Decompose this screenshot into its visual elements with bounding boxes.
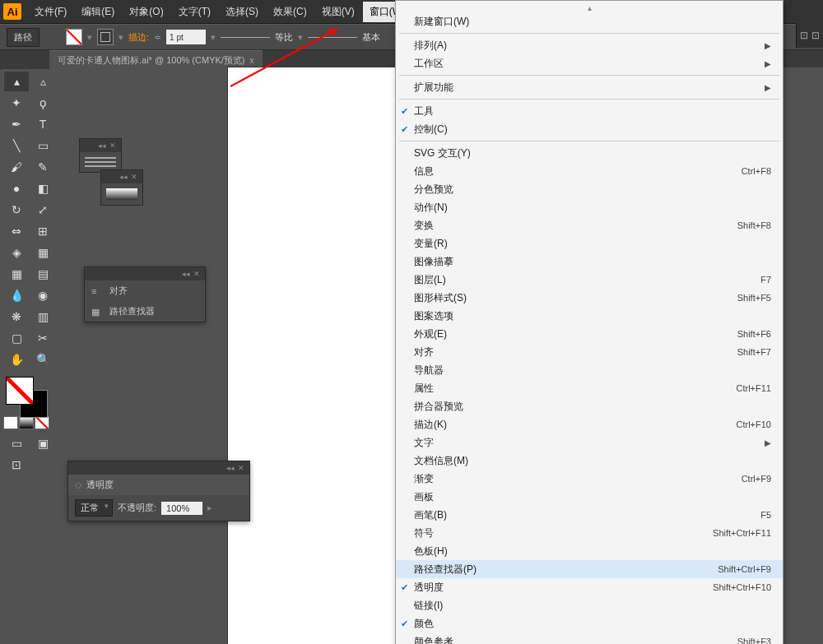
direct-selection-tool[interactable]: ▵ [30, 72, 55, 91]
menu-symbols[interactable]: 符号Shift+Ctrl+F11 [396, 524, 783, 542]
fill-swatch[interactable] [66, 29, 82, 45]
menu-flattener-preview[interactable]: 拼合器预览 [396, 397, 783, 415]
menu-edit[interactable]: 编辑(E) [75, 2, 121, 22]
mesh-tool[interactable]: ▦ [4, 264, 29, 284]
menu-layers[interactable]: 图层(L)F7 [396, 271, 783, 289]
menu-align[interactable]: 对齐Shift+F7 [396, 343, 783, 361]
close-icon[interactable]: ✕ [193, 270, 200, 278]
screen-mode-full[interactable]: ▣ [30, 433, 55, 453]
lasso-tool[interactable]: ϙ [30, 93, 55, 113]
menu-transparency[interactable]: ✔透明度Shift+Ctrl+F10 [396, 578, 783, 596]
stroke-label: 描边: [128, 31, 149, 44]
selection-tool[interactable]: ▴ [4, 72, 29, 91]
opacity-input[interactable]: 100% [161, 502, 202, 515]
change-screen-mode[interactable]: ⊡ [4, 455, 29, 475]
hand-tool[interactable]: ✋ [4, 350, 29, 369]
color-mode-none[interactable] [35, 416, 49, 429]
eyedropper-tool[interactable]: 💧 [4, 285, 29, 305]
fill-color-swatch[interactable] [6, 377, 34, 405]
menu-pattern-options[interactable]: 图案选项 [396, 307, 783, 325]
menu-color-guide[interactable]: 颜色参考Shift+F3 [396, 632, 783, 644]
pencil-tool[interactable]: ✎ [30, 157, 55, 177]
menu-artboards[interactable]: 画板 [396, 488, 783, 506]
collapsed-panel-1[interactable]: ◂◂✕ [79, 138, 122, 173]
collapse-icon[interactable]: ◂◂ [226, 464, 235, 472]
scale-tool[interactable]: ⤢ [30, 200, 55, 220]
collapse-icon[interactable]: ◂◂ [182, 270, 190, 278]
menu-control[interactable]: ✔控制(C) [396, 120, 783, 138]
close-tab-icon[interactable]: x [250, 56, 254, 65]
rotate-tool[interactable]: ↻ [4, 200, 29, 220]
blend-mode-select[interactable]: 正常 [75, 499, 113, 517]
menu-info[interactable]: 信息Ctrl+F8 [396, 162, 783, 180]
width-tool[interactable]: ⇔ [4, 221, 29, 241]
eraser-tool[interactable]: ◧ [30, 178, 55, 198]
menu-attributes[interactable]: 属性Ctrl+F11 [396, 379, 783, 397]
pathfinder-icon: ▦ [91, 307, 105, 317]
shape-builder-tool[interactable]: ◈ [4, 243, 29, 262]
pathfinder-panel-button[interactable]: ▦路径查找器 [85, 301, 205, 322]
menu-gradient[interactable]: 渐变Ctrl+F9 [396, 470, 783, 488]
menu-variables[interactable]: 变量(R) [396, 234, 783, 253]
magic-wand-tool[interactable]: ✦ [4, 93, 29, 113]
type-tool[interactable]: T [30, 114, 55, 134]
zoom-tool[interactable]: 🔍 [30, 350, 55, 369]
menu-effect[interactable]: 效果(C) [267, 2, 314, 22]
opacity-label: 不透明度: [118, 502, 156, 514]
graph-tool[interactable]: ▥ [30, 307, 55, 327]
menu-swatches[interactable]: 色板(H) [396, 542, 783, 560]
stroke-swatch[interactable] [97, 29, 114, 45]
menu-graphic-styles[interactable]: 图形样式(S)Shift+F5 [396, 289, 783, 307]
menu-stroke[interactable]: 描边(K)Ctrl+F10 [396, 415, 783, 433]
menu-svg-interactivity[interactable]: SVG 交互(Y) [396, 144, 783, 162]
dash-preview [221, 37, 270, 38]
color-mode-gradient[interactable] [19, 416, 34, 429]
menu-separations-preview[interactable]: 分色预览 [396, 180, 783, 198]
menu-navigator[interactable]: 导航器 [396, 361, 783, 379]
pen-tool[interactable]: ✒ [4, 114, 29, 134]
collapsed-panel-2[interactable]: ◂◂✕ [100, 169, 143, 206]
align-panel-button[interactable]: ≡对齐 [85, 280, 205, 301]
color-mode-fill[interactable] [3, 416, 18, 429]
menu-workspace[interactable]: 工作区▶ [396, 54, 783, 72]
rectangle-tool[interactable]: ▭ [30, 136, 55, 155]
menu-type[interactable]: 文字▶ [396, 433, 783, 452]
blob-brush-tool[interactable]: ● [4, 178, 29, 198]
menu-extensions[interactable]: 扩展功能▶ [396, 78, 783, 96]
line-tool[interactable]: ╲ [4, 136, 29, 155]
menu-tools[interactable]: ✔工具 [396, 102, 783, 120]
menu-file[interactable]: 文件(F) [28, 2, 73, 22]
close-icon[interactable]: ✕ [238, 464, 244, 472]
menu-document-info[interactable]: 文档信息(M) [396, 452, 783, 470]
menu-drag-handle[interactable]: ▴ [396, 2, 783, 12]
symbol-sprayer-tool[interactable]: ❋ [4, 307, 29, 327]
perspective-tool[interactable]: ▦ [30, 243, 55, 262]
menu-links[interactable]: 链接(I) [396, 596, 783, 614]
menu-type[interactable]: 文字(T) [172, 2, 217, 22]
menu-transform[interactable]: 变换Shift+F8 [396, 216, 783, 234]
menu-color[interactable]: ✔颜色 [396, 614, 783, 632]
menu-appearance[interactable]: 外观(E)Shift+F6 [396, 325, 783, 343]
stroke-weight-input[interactable]: 1 pt [166, 30, 206, 44]
transparency-tab[interactable]: 透明度 [86, 479, 114, 491]
free-transform-tool[interactable]: ⊞ [30, 221, 55, 241]
menu-brushes[interactable]: 画笔(B)F5 [396, 506, 783, 524]
ratio-label: 等比 [275, 31, 293, 44]
artboard-tool[interactable]: ▢ [4, 328, 29, 348]
expand-icon2[interactable]: ⊡ [811, 30, 820, 41]
menu-actions[interactable]: 动作(N) [396, 198, 783, 216]
menu-view[interactable]: 视图(V) [315, 2, 361, 22]
menu-arrange[interactable]: 排列(A)▶ [396, 36, 783, 54]
menu-new-window[interactable]: 新建窗口(W) [396, 12, 783, 30]
screen-mode-normal[interactable]: ▭ [4, 433, 29, 453]
menu-pathfinder[interactable]: 路径查找器(P)Shift+Ctrl+F9 [396, 560, 783, 578]
paintbrush-tool[interactable]: 🖌 [4, 157, 29, 177]
slice-tool[interactable]: ✂ [30, 328, 55, 348]
menu-select[interactable]: 选择(S) [219, 2, 265, 22]
document-tab-title: 可爱的卡通人物图标.ai* @ 100% (CMYK/预览) [58, 54, 245, 67]
blend-tool[interactable]: ◉ [30, 285, 55, 305]
menu-image-trace[interactable]: 图像描摹 [396, 253, 783, 271]
expand-icon[interactable]: ⊡ [800, 30, 808, 41]
menu-object[interactable]: 对象(O) [123, 2, 170, 22]
gradient-tool[interactable]: ▤ [30, 264, 55, 284]
